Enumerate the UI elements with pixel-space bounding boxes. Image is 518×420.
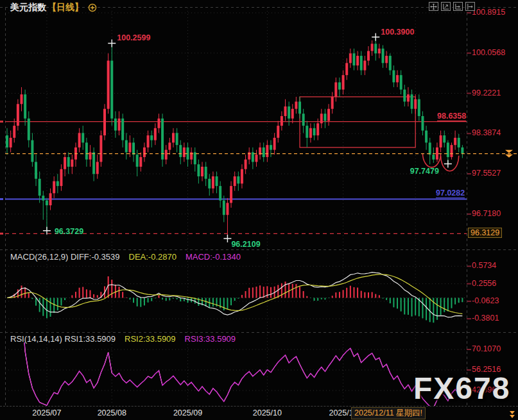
- drawn-rectangle: [300, 97, 415, 147]
- price-tag-label: 96.3129: [468, 228, 502, 238]
- y-axis-label: 98.3874: [472, 128, 501, 137]
- price-annotation-sup: 97.0282: [436, 189, 465, 198]
- chart-header: 美元指数 【日线】: [10, 2, 97, 13]
- y-axis-label: 100.0568: [472, 48, 505, 57]
- rsi-axis-label: 70.1070: [472, 344, 501, 353]
- interval-label: 【日线】: [47, 2, 83, 13]
- axis-scale-icon[interactable]: [441, 2, 451, 11]
- y-axis-label: 96.7180: [472, 209, 501, 218]
- macd-axis-label: -0.3801: [472, 314, 499, 323]
- rsi-readout-2: RSI2:33.5909: [125, 334, 176, 344]
- chart-canvas[interactable]: [0, 0, 518, 420]
- macd-axis-label: 0.2556: [472, 279, 496, 288]
- rsi-layer: [14, 305, 462, 408]
- price-annotation-high2: 100.3900: [381, 28, 414, 37]
- candles-layer: [6, 37, 463, 239]
- gridlines: [5, 8, 471, 405]
- axis-expand-icon[interactable]: [508, 408, 516, 419]
- extreme-cross-marker: [372, 33, 379, 41]
- y-axis-label: 100.8915: [472, 8, 505, 17]
- extreme-cross-marker: [223, 235, 231, 242]
- chart-app: 美元指数 【日线】 100.8915100.056899.222198.3874…: [0, 0, 518, 420]
- x-axis-label: 2025/09: [169, 408, 207, 417]
- rsi-header: RSI(14,14,14) RSI1:33.5909RSI2:33.5909RS…: [10, 334, 236, 344]
- x-axis-label: 2025/08: [92, 408, 131, 417]
- extreme-cross-marker: [444, 160, 452, 167]
- macd-layer: [5, 273, 467, 323]
- price-annotation-low2: 96.2109: [231, 240, 260, 249]
- x-axis-label: 2025/07: [28, 408, 66, 417]
- macd-readout-diff: MACD(26,12,9) DIFF:-0.3539: [10, 252, 120, 262]
- circle-plus-icon[interactable]: [88, 3, 97, 12]
- symbol-title: 美元指数: [10, 2, 46, 13]
- move-icon[interactable]: [429, 2, 438, 11]
- drawn-arc: [441, 156, 459, 171]
- macd-axis-label: 0.5734: [472, 261, 496, 270]
- y-axis-label: 97.5527: [472, 169, 501, 178]
- axis-shift-icon[interactable]: [465, 2, 475, 11]
- macd-axis-label: -0.0623: [472, 296, 499, 305]
- rsi-readout-3: RSI3:33.5909: [185, 334, 236, 344]
- price-annotation-low3: 97.7479: [410, 167, 439, 176]
- watermark: FX678: [413, 371, 510, 406]
- price-annotation-low1: 96.3729: [55, 227, 83, 236]
- macd-readout-macd: MACD:-0.1340: [186, 252, 241, 262]
- price-annotation-res: 98.6358: [437, 112, 466, 121]
- crosshair-date-tag: 2025/12/11 星期四!: [351, 407, 426, 419]
- toolbar: [429, 2, 475, 11]
- macd-readout-dea: DEA:-0.2870: [129, 252, 177, 262]
- extreme-cross-marker: [108, 39, 116, 47]
- price-annotation-high1: 100.2599: [117, 33, 150, 42]
- y-axis-label: 99.2221: [472, 88, 501, 97]
- axis-fit-icon[interactable]: [453, 2, 463, 11]
- x-axis-label: 2025/10: [248, 408, 286, 417]
- macd-header: MACD(26,12,9) DIFF:-0.3539DEA:-0.2870MAC…: [10, 252, 241, 262]
- x-axis-strip[interactable]: 2025/12/11 星期四! 2025/072025/082025/09202…: [0, 406, 518, 420]
- rsi-readout-1: RSI(14,14,14) RSI1:33.5909: [10, 334, 116, 344]
